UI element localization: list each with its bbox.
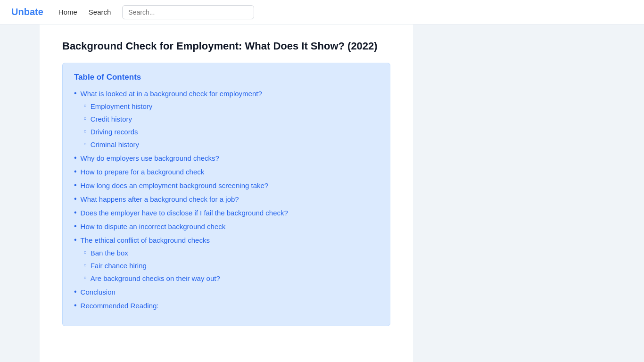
list-item: • Recommended Reading:: [74, 301, 379, 311]
bullet-icon: •: [74, 288, 77, 296]
bullet-icon: ○: [83, 103, 87, 108]
bullet-icon: •: [74, 181, 77, 189]
site-logo[interactable]: Unbate: [11, 7, 43, 17]
list-item: ○ Driving records: [83, 127, 379, 137]
bullet-icon: •: [74, 236, 77, 244]
list-item: • The ethical conflict of background che…: [74, 235, 379, 283]
toc-link[interactable]: Are background checks on their way out?: [91, 273, 220, 283]
list-item: • Does the employer have to disclose if …: [74, 208, 379, 218]
bullet-icon: •: [74, 154, 77, 162]
bullet-icon: ○: [83, 141, 87, 147]
bullet-icon: •: [74, 167, 77, 176]
toc-sublist: ○ Ban the box ○ Fair chance hiring: [83, 248, 379, 283]
toc-link[interactable]: How to dispute an incorrect background c…: [81, 222, 226, 231]
toc-link[interactable]: How long does an employment background s…: [81, 181, 269, 190]
list-item: • What happens after a background check …: [74, 194, 379, 204]
list-item: ○ Criminal history: [83, 140, 379, 149]
nav-links: Home Search: [58, 8, 111, 16]
toc-link[interactable]: Recommended Reading:: [81, 301, 159, 311]
toc-link[interactable]: Driving records: [91, 127, 138, 137]
toc-link[interactable]: Conclusion: [81, 287, 116, 297]
page-title: Background Check for Employment: What Do…: [62, 40, 390, 53]
list-item: • Conclusion: [74, 287, 379, 297]
bullet-icon: ○: [83, 262, 87, 268]
list-item: • How to prepare for a background check: [74, 167, 379, 177]
list-item: ○ Fair chance hiring: [83, 261, 379, 271]
list-item: ○ Ban the box: [83, 248, 379, 258]
bullet-icon: ○: [83, 128, 87, 134]
list-item: • What is looked at in a background chec…: [74, 89, 379, 149]
bullet-icon: •: [74, 89, 77, 98]
search-input[interactable]: [122, 5, 254, 19]
toc-link[interactable]: What is looked at in a background check …: [81, 89, 262, 99]
toc-link[interactable]: Why do employers use background checks?: [81, 153, 219, 163]
toc-link[interactable]: Fair chance hiring: [91, 261, 147, 271]
bullet-icon: ○: [83, 275, 87, 280]
toc-link[interactable]: Ban the box: [91, 248, 128, 258]
toc-link[interactable]: Criminal history: [91, 140, 139, 149]
left-gutter: [0, 25, 40, 362]
nav-search[interactable]: Search: [89, 8, 111, 16]
bullet-icon: •: [74, 301, 77, 310]
list-item: • Why do employers use background checks…: [74, 153, 379, 163]
page-layout: Background Check for Employment: What Do…: [0, 25, 644, 362]
toc-link[interactable]: How to prepare for a background check: [81, 167, 205, 177]
bullet-icon: •: [74, 208, 77, 217]
toc-link[interactable]: Employment history: [91, 101, 153, 111]
bullet-icon: ○: [83, 115, 87, 121]
list-item: ○ Employment history: [83, 101, 379, 111]
toc-sublist: ○ Employment history ○ Credit history: [83, 101, 379, 149]
list-item: • How long does an employment background…: [74, 181, 379, 190]
toc-list: • What is looked at in a background chec…: [74, 89, 379, 311]
list-item: ○ Credit history: [83, 114, 379, 124]
right-gutter: [413, 25, 644, 362]
bullet-icon: •: [74, 222, 77, 230]
list-item: ○ Are background checks on their way out…: [83, 273, 379, 283]
bullet-icon: ○: [83, 249, 87, 255]
table-of-contents: Table of Contents • What is looked at in…: [62, 63, 390, 326]
toc-link[interactable]: Credit history: [91, 114, 132, 124]
navbar: Unbate Home Search: [0, 0, 644, 25]
toc-link[interactable]: What happens after a background check fo…: [81, 194, 239, 204]
list-item: • How to dispute an incorrect background…: [74, 222, 379, 231]
toc-link[interactable]: The ethical conflict of background check…: [81, 235, 210, 245]
toc-heading: Table of Contents: [74, 73, 379, 82]
toc-link[interactable]: Does the employer have to disclose if I …: [81, 208, 288, 218]
bullet-icon: •: [74, 195, 77, 203]
nav-home[interactable]: Home: [58, 8, 77, 16]
main-content: Background Check for Employment: What Do…: [40, 25, 413, 362]
